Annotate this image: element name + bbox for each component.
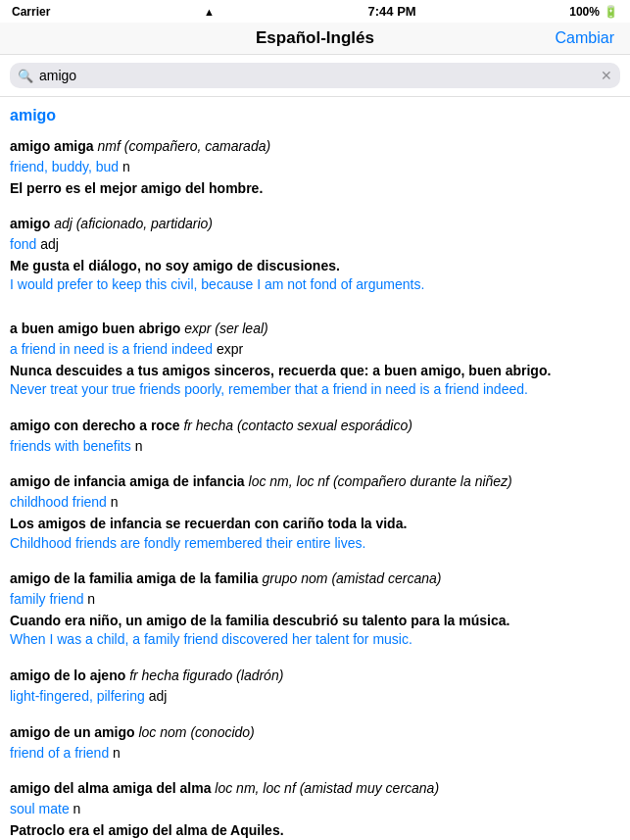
comma2: , bbox=[88, 159, 96, 174]
entry-translation[interactable]: soul mate n bbox=[10, 800, 620, 819]
entry-head: a buen amigo buen abrigo expr (ser leal) bbox=[10, 319, 620, 339]
battery-icon: 🔋 bbox=[604, 5, 618, 19]
wifi-icon: ▲ bbox=[204, 6, 215, 18]
entry-head: amigo con derecho a roce fr hecha (conta… bbox=[10, 416, 620, 436]
pos-italic: expr bbox=[184, 321, 215, 336]
entry-head: amigo amiga nmf (compañero, camarada) bbox=[10, 136, 620, 157]
entry-head: amigo de la familia amiga de la familia … bbox=[10, 568, 620, 589]
pos-italic: loc nm, loc nf bbox=[249, 473, 333, 489]
main-entry-title[interactable]: amigo bbox=[10, 107, 620, 124]
entry-block: amigo de infancia amiga de infancia loc … bbox=[10, 471, 620, 553]
carrier-label: Carrier bbox=[12, 5, 50, 19]
headword: amigo del alma amiga del alma bbox=[10, 780, 211, 796]
translation-text3: bud bbox=[96, 159, 119, 174]
search-input[interactable] bbox=[39, 68, 595, 83]
parens: (compañero durante la niñez) bbox=[333, 473, 512, 489]
parens: (aficionado, partidario) bbox=[76, 216, 213, 231]
search-icon: 🔍 bbox=[18, 69, 33, 83]
example-es: El perro es el mejor amigo del hombre. bbox=[10, 179, 620, 199]
example-es: Nunca descuides a tus amigos sinceros, r… bbox=[10, 362, 620, 381]
translation-text: friend bbox=[10, 159, 44, 174]
content-area: amigo amigo amiga nmf (compañero, camara… bbox=[0, 97, 630, 840]
entry-head: amigo de infancia amiga de infancia loc … bbox=[10, 471, 620, 492]
example-es: Cuando era niño, un amigo de la familia … bbox=[10, 612, 620, 631]
example-es: Patroclo era el amigo del alma de Aquile… bbox=[10, 821, 620, 840]
entry-block: amigo adj (aficionado, partidario) fond … bbox=[10, 214, 620, 295]
pos-italic: fr hecha bbox=[183, 418, 236, 433]
example-en: Childhood friends are fondly remembered … bbox=[10, 534, 620, 554]
pos-italic: fr hecha figurado bbox=[129, 667, 236, 683]
pos-italic: grupo nom bbox=[263, 570, 332, 586]
headword: a buen amigo buen abrigo bbox=[10, 321, 180, 336]
headword: amigo de lo ajeno bbox=[10, 667, 125, 683]
search-bar: 🔍 ✕ bbox=[0, 55, 630, 97]
entry-translation[interactable]: a friend in need is a friend indeed expr bbox=[10, 340, 620, 360]
headword: amigo de infancia amiga de infancia bbox=[10, 473, 245, 489]
entry-block: amigo de lo ajeno fr hecha figurado (lad… bbox=[10, 666, 620, 707]
example-es: Me gusta el diálogo, no soy amigo de dis… bbox=[10, 257, 620, 276]
right-status-icons: 100% 🔋 bbox=[569, 5, 618, 19]
entry-head: amigo de lo ajeno fr hecha figurado (lad… bbox=[10, 666, 620, 686]
entry-block: amigo amiga nmf (compañero, camarada) fr… bbox=[10, 136, 620, 198]
entry-head: amigo de un amigo loc nom (conocido) bbox=[10, 722, 620, 743]
search-input-wrapper: 🔍 ✕ bbox=[10, 63, 620, 88]
parens: (amistad muy cercana) bbox=[300, 780, 439, 796]
example-es: Los amigos de infancia se recuerdan con … bbox=[10, 515, 620, 534]
translation-text2: buddy bbox=[52, 159, 88, 174]
entry-block: amigo con derecho a roce fr hecha (conta… bbox=[10, 416, 620, 457]
pos-italic: loc nm, loc nf bbox=[215, 780, 299, 796]
pos-italic: loc nom bbox=[138, 724, 190, 740]
parens: (ser leal) bbox=[215, 321, 267, 336]
entry-translation[interactable]: fond adj bbox=[10, 235, 620, 255]
pos-italic: adj bbox=[54, 216, 76, 231]
parens: (compañero, camarada) bbox=[124, 138, 270, 154]
entry-head: amigo del alma amiga del alma loc nm, lo… bbox=[10, 778, 620, 799]
entry-translation[interactable]: friends with benefits n bbox=[10, 437, 620, 457]
entry-translation[interactable]: childhood friend n bbox=[10, 493, 620, 513]
battery-label: 100% bbox=[569, 5, 600, 19]
example-en: I would prefer to keep this civil, becau… bbox=[10, 275, 620, 295]
parens: (contacto sexual esporádico) bbox=[237, 418, 412, 433]
status-bar: Carrier ▲ 7:44 PM 100% 🔋 bbox=[0, 0, 630, 23]
headword: amigo de un amigo bbox=[10, 724, 135, 740]
example-en: When I was a child, a family friend disc… bbox=[10, 630, 620, 650]
entry-block: a buen amigo buen abrigo expr (ser leal)… bbox=[10, 319, 620, 400]
parens: (ladrón) bbox=[236, 667, 283, 683]
headword: amigo bbox=[10, 216, 50, 231]
entry-translation[interactable]: friend, buddy, bud n bbox=[10, 158, 620, 177]
entry-head: amigo adj (aficionado, partidario) bbox=[10, 214, 620, 234]
time-label: 7:44 PM bbox=[368, 4, 416, 19]
headword: amigo de la familia amiga de la familia bbox=[10, 570, 259, 586]
entry-block: amigo de un amigo loc nom (conocido) fri… bbox=[10, 722, 620, 764]
entry-block: amigo del alma amiga del alma loc nm, lo… bbox=[10, 778, 620, 840]
clear-search-button[interactable]: ✕ bbox=[601, 68, 612, 83]
translation-pos: n bbox=[122, 159, 130, 174]
entry-block: amigo de la familia amiga de la familia … bbox=[10, 568, 620, 650]
entry-translation[interactable]: light-fingered, pilfering adj bbox=[10, 687, 620, 707]
comma: , bbox=[44, 159, 52, 174]
entry-translation[interactable]: family friend n bbox=[10, 590, 620, 610]
parens: (conocido) bbox=[190, 724, 254, 740]
example-en: Never treat your true friends poorly, re… bbox=[10, 380, 620, 400]
cambiar-button[interactable]: Cambiar bbox=[556, 29, 614, 47]
nav-title: Español-Inglés bbox=[256, 28, 374, 48]
parens: (amistad cercana) bbox=[331, 570, 441, 586]
entry-translation[interactable]: friend of a friend n bbox=[10, 744, 620, 764]
headword: amigo amiga bbox=[10, 138, 94, 154]
nav-bar: Español-Inglés Cambiar bbox=[0, 23, 630, 55]
headword: amigo con derecho a roce bbox=[10, 418, 180, 433]
pos-italic: nmf bbox=[97, 138, 123, 154]
